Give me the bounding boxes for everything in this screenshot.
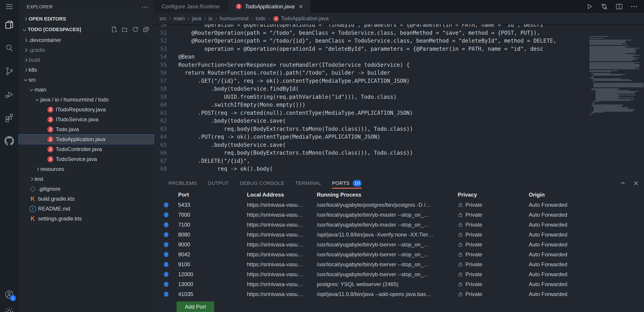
extensions-icon[interactable] [0,106,18,129]
breadcrumb-item[interactable]: TodoApplication.java [266,16,329,22]
origin-cell: Auto Forwarded [529,232,644,238]
port-row[interactable]: 7100 https://srinivasa-vasu… /usr/local/… [154,220,644,230]
local-address-link[interactable]: https://srinivasa-vasu… [247,271,317,278]
tab-todoapplication[interactable]: TodoApplication.java × [228,0,311,13]
tree-item[interactable]: TodoController.java [18,144,154,154]
tree-item[interactable]: ITodoService.java [18,114,154,124]
origin-cell: Auto Forwarded [529,281,644,288]
panel-tab[interactable]: OUTPUT [208,177,229,190]
tree-item[interactable]: build.gradle.kts [18,194,154,204]
port-status-dot [164,232,168,237]
local-address-link[interactable]: https://srinivasa-vasu… [247,232,317,238]
tree-item[interactable]: TodoService.java [18,154,154,164]
breadcrumb-item[interactable]: todo [248,16,266,22]
local-address-link[interactable]: https://srinivasa-vasu… [247,242,317,248]
close-icon[interactable]: × [299,3,303,10]
tree-item[interactable]: .gradle [18,45,154,55]
run-debug-icon[interactable] [0,83,18,106]
open-editors-section[interactable]: OPEN EDITORS [18,14,154,24]
port-row[interactable]: 8080 https://srinivasa-vasu… /opt/java/1… [154,230,644,240]
tree-item[interactable]: TodoApplication.java [18,134,154,144]
file-type-icon [46,145,54,153]
tree-item[interactable]: build [18,55,154,65]
header-running-process: Running Process [317,192,458,198]
tree-item[interactable]: Todo.java [18,124,154,134]
panel-tab[interactable]: TERMINAL [295,177,321,190]
port-row[interactable]: 7000 https://srinivasa-vasu… /usr/local/… [154,210,644,220]
file-type-icon [29,185,37,193]
local-address-link[interactable]: https://srinivasa-vasu… [247,202,317,208]
port-number: 9042 [178,251,247,258]
tree-item[interactable]: ITodoRepository.java [18,104,154,114]
tree-item[interactable]: settings.gradle.kts [18,214,154,224]
local-address-link[interactable]: https://srinivasa-vasu… [247,251,317,258]
line-number: 63 [154,125,167,133]
port-row[interactable]: 9100 https://srinivasa-vasu… /usr/local/… [154,260,644,270]
source-control-icon[interactable] [0,60,18,83]
privacy-cell: Private [458,242,529,248]
port-number: 7100 [178,222,247,228]
tab-configure-java-runtime[interactable]: Configure Java Runtime [154,0,228,13]
local-address-link[interactable]: https://srinivasa-vasu… [247,222,317,228]
port-row[interactable]: 9000 https://srinivasa-vasu… /usr/local/… [154,240,644,250]
project-section-header[interactable]: TODO [CODESPACES] [18,24,154,35]
new-file-icon[interactable] [111,26,118,33]
close-panel-icon[interactable] [632,180,640,187]
add-port-button[interactable]: Add Port [176,302,214,312]
search-icon[interactable] [0,36,18,60]
breadcrumb-item[interactable]: io [201,16,213,22]
running-process: /usr/local/yugabyte/bin/yb-tserver --sto… [317,251,458,258]
code-text: req.body(BodyExtractors.toMono(Todo.clas… [172,125,413,133]
sidebar-more-icon[interactable]: ⋯ [142,3,148,11]
file-type-icon [46,155,54,163]
local-address-link[interactable]: https://srinivasa-vasu… [247,212,317,218]
explorer-icon[interactable] [0,13,18,36]
tree-item[interactable]: java / io / humourmind / todo [18,95,154,104]
tree-item[interactable]: .devcontainer [18,35,154,45]
bottom-panel: PROBLEMS OUTPUT DEBUG CONSOLE TERMINAL P… [154,176,644,312]
panel-tab[interactable]: PORTS 10 [332,177,362,190]
breadcrumb-item[interactable]: humourmind [213,16,249,22]
tree-item[interactable]: README.md [18,204,154,214]
account-icon[interactable]: 1 [0,284,18,305]
tree-chevron-icon [22,59,29,61]
tree-chevron-icon [22,49,29,52]
tree-item[interactable]: test [18,174,154,184]
settings-gear-icon[interactable] [0,305,18,312]
minimap[interactable] [588,24,642,176]
breadcrumb-item[interactable]: java [185,16,201,22]
breadcrumb-item[interactable]: main [166,16,185,22]
code-editor[interactable]: 50 operation = @Operation(operationId = … [154,24,644,176]
maximize-panel-icon[interactable] [619,180,626,187]
panel-tab[interactable]: PROBLEMS [168,177,197,190]
local-address-link[interactable]: https://srinivasa-vasu… [247,261,317,268]
tree-item[interactable]: main [18,85,154,95]
collapse-all-icon[interactable] [142,26,150,33]
tree-item[interactable]: k8s [18,65,154,75]
tree-item[interactable]: src [18,75,154,85]
breadcrumb-item[interactable]: src [160,16,166,22]
header-local-address: Local Address [247,192,317,198]
split-editor-icon[interactable] [615,2,623,10]
port-row[interactable]: 12000 https://srinivasa-vasu… /usr/local… [154,270,644,279]
port-row[interactable]: 9042 https://srinivasa-vasu… /usr/local/… [154,250,644,260]
tree-item[interactable]: resources [18,164,154,174]
code-text: req -> ok().body( [172,165,273,173]
port-row[interactable]: 13000 https://srinivasa-vasu… postgres: … [154,279,644,289]
panel-tab[interactable]: DEBUG CONSOLE [240,177,284,190]
code-line: 65 .body(todoService.save( [154,141,644,149]
line-number: 50 [154,24,167,29]
tree-chevron-icon [22,39,29,42]
menu-icon[interactable] [0,0,18,13]
tree-item[interactable]: .gitignore [18,184,154,194]
local-address-link[interactable]: https://srinivasa-vasu… [247,281,317,288]
more-actions-icon[interactable] [630,2,638,10]
refresh-icon[interactable] [132,26,139,33]
new-folder-icon[interactable] [121,26,128,33]
port-row[interactable]: 41035 https://srinivasa-vasu… /opt/java/… [154,289,644,299]
port-row[interactable]: 5433 https://srinivasa-vasu… /usr/local/… [154,200,644,210]
local-address-link[interactable]: https://srinivasa-vasu… [247,291,317,297]
open-changes-icon[interactable] [600,2,608,10]
run-icon[interactable] [585,2,594,10]
github-codespaces-icon[interactable] [0,129,18,152]
